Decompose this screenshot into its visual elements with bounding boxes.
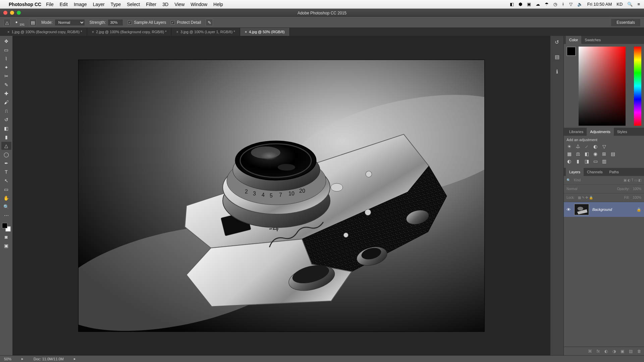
quick-select-tool[interactable]: ✦ <box>1 63 11 71</box>
menu-select[interactable]: Select <box>127 2 140 7</box>
history-brush-tool[interactable]: ↺ <box>1 116 11 124</box>
tab-close[interactable]: × <box>92 30 94 34</box>
delete-layer-icon[interactable]: 🗑 <box>637 349 641 354</box>
screen-mode-icon[interactable]: ▣ <box>1 242 11 250</box>
layer-name[interactable]: Background <box>592 207 612 212</box>
tab-styles[interactable]: Styles <box>614 128 631 136</box>
sample-all-layers[interactable]: ✓Sample All Layers <box>128 20 166 25</box>
search-icon[interactable]: 🔍 <box>627 2 633 7</box>
filter-icons[interactable]: ▣ ◐ T ▭ ◧ <box>624 178 641 182</box>
zoom-tool[interactable]: 🔍 <box>1 203 11 211</box>
history-icon[interactable]: ↺ <box>555 39 559 45</box>
visibility-icon[interactable]: 👁 <box>567 207 571 212</box>
eraser-tool[interactable]: ◧ <box>1 124 11 132</box>
layer-style-icon[interactable]: fx <box>597 349 600 354</box>
shape-tool[interactable]: ▭ <box>1 185 11 193</box>
close-window-button[interactable] <box>3 11 7 15</box>
menu-help[interactable]: Help <box>213 2 223 7</box>
link-layers-icon[interactable]: ⌘ <box>588 349 592 354</box>
threshold-icon[interactable]: ◨ <box>584 159 589 164</box>
lasso-tool[interactable]: ⌇ <box>1 55 11 63</box>
levels-icon[interactable]: ⏃ <box>575 144 581 149</box>
type-tool[interactable]: T <box>1 168 11 176</box>
eyedropper-tool[interactable]: ✎ <box>1 81 11 89</box>
sharpen-tool[interactable]: △ <box>1 142 11 150</box>
document-canvas[interactable]: -4 234 571020 <box>78 60 484 331</box>
pen-tool[interactable]: ✒ <box>1 159 11 167</box>
foreground-background-colors[interactable] <box>1 222 11 232</box>
dodge-tool[interactable]: ◯ <box>1 150 11 159</box>
blend-mode-select[interactable]: Normal <box>567 187 577 191</box>
tab-close[interactable]: × <box>245 30 247 34</box>
canvas-area[interactable]: -4 234 571020 <box>13 36 550 355</box>
quick-mask-icon[interactable]: ◙ <box>1 233 11 241</box>
lock-icon[interactable]: 🔒 <box>637 207 641 212</box>
workspace-switcher[interactable]: Essentials <box>611 18 641 26</box>
document-tab[interactable]: × 2.jpg @ 100% (Background copy, RGB/8) … <box>87 28 172 36</box>
layer-row[interactable]: 👁 Background 🔒 <box>564 202 644 217</box>
user-initials[interactable]: KD <box>616 2 623 7</box>
tab-paths[interactable]: Paths <box>606 168 622 176</box>
hand-tool[interactable]: ✋ <box>1 194 11 202</box>
menu-file[interactable]: File <box>46 2 54 7</box>
hue-slider[interactable] <box>634 47 641 126</box>
document-tab[interactable]: × 1.jpg @ 100% (Background copy, RGB/8) … <box>3 28 87 36</box>
invert-icon[interactable]: ◐ <box>567 159 572 164</box>
menu-view[interactable]: View <box>174 2 184 7</box>
path-select-tool[interactable]: ↖ <box>1 177 11 185</box>
menu-window[interactable]: Window <box>191 2 207 7</box>
properties-icon[interactable]: ▤ <box>555 54 559 60</box>
status-icon[interactable]: ▣ <box>527 2 531 7</box>
brush-panel-icon[interactable]: ▤ <box>29 19 37 26</box>
clock[interactable]: Fri 10:50 AM <box>587 2 612 7</box>
layer-thumbnail[interactable] <box>574 204 589 215</box>
edit-toolbar[interactable]: ⋯ <box>1 212 11 220</box>
brush-tool[interactable]: 🖌 <box>1 98 11 106</box>
strength-input[interactable] <box>108 19 123 26</box>
hue-icon[interactable]: ▦ <box>567 151 572 157</box>
healing-tool[interactable]: ✚ <box>1 89 11 98</box>
pressure-icon[interactable]: ✎ <box>206 19 213 26</box>
tab-layers[interactable]: Layers <box>566 168 584 176</box>
foreground-color-preview[interactable] <box>567 47 576 56</box>
tab-libraries[interactable]: Libraries <box>566 128 587 136</box>
exposure-icon[interactable]: ◐ <box>593 144 598 149</box>
gradient-tool[interactable]: ▮ <box>1 133 11 141</box>
lookup-icon[interactable]: ▤ <box>610 151 615 157</box>
tab-swatches[interactable]: Swatches <box>581 36 604 44</box>
stamp-tool[interactable]: ⎍ <box>1 107 11 115</box>
curves-icon[interactable]: ⟋ <box>584 144 589 149</box>
menu-filter[interactable]: Filter <box>146 2 156 7</box>
status-icon[interactable]: ☂ <box>545 2 549 7</box>
layer-mask-icon[interactable]: ◐ <box>604 349 608 354</box>
gradient-map-icon[interactable]: ▭ <box>593 159 598 164</box>
vibrance-icon[interactable]: ▽ <box>601 144 607 149</box>
zoom-level[interactable]: 50% <box>4 357 11 361</box>
new-fill-icon[interactable]: ◑ <box>612 349 616 354</box>
doc-size[interactable]: Doc: 11.0M/11.0M <box>34 357 64 361</box>
bw-icon[interactable]: ◧ <box>584 151 589 157</box>
tool-preset-icon[interactable]: △ <box>3 19 11 26</box>
document-tab[interactable]: × 4.jpg @ 50% (RGB/8) <box>240 28 290 36</box>
status-icon[interactable]: ▸ <box>21 357 23 361</box>
volume-icon[interactable]: 🔈 <box>577 2 583 7</box>
tab-close[interactable]: × <box>7 30 9 34</box>
minimize-window-button[interactable] <box>10 11 14 15</box>
brush-preset[interactable]: • 191 <box>15 19 24 26</box>
menu-type[interactable]: Type <box>111 2 121 7</box>
tab-adjustments[interactable]: Adjustments <box>587 128 614 136</box>
status-icon[interactable]: ◧ <box>510 2 514 7</box>
move-tool[interactable]: ✥ <box>1 37 11 45</box>
bluetooth-icon[interactable]: ᚼ <box>562 2 565 7</box>
menu-edit[interactable]: Edit <box>60 2 68 7</box>
app-name[interactable]: Photoshop CC <box>9 2 41 7</box>
selective-color-icon[interactable]: ▥ <box>601 159 607 164</box>
zoom-window-button[interactable] <box>17 11 21 15</box>
tab-close[interactable]: × <box>176 30 178 34</box>
mode-select[interactable]: Normal <box>55 19 85 26</box>
color-balance-icon[interactable]: ⚖ <box>575 151 581 157</box>
info-icon[interactable]: ℹ <box>556 69 558 75</box>
crop-tool[interactable]: ✂ <box>1 72 11 80</box>
status-icon[interactable]: ☁ <box>536 2 540 7</box>
photo-filter-icon[interactable]: ◉ <box>593 151 598 157</box>
